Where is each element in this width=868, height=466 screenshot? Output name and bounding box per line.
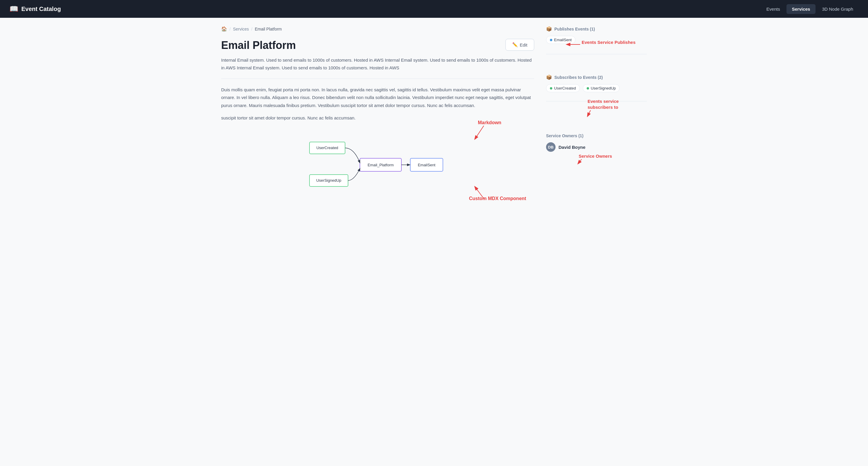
svg-text:Email_Platform: Email_Platform [368,163,394,167]
publishes-icon: 📦 [546,26,552,32]
svg-text:Custom MDX Component: Custom MDX Component [469,196,526,201]
owners-annotation-svg: Service Owners [576,149,659,166]
dot-emailsent [550,39,552,41]
description-text: Internal Email system. Used to send emai… [221,56,534,71]
brand-title: Event Catalog [21,6,61,12]
breadcrumb-current: Email Platform [255,27,282,31]
publishes-header: 📦 Publishes Events (1) [546,26,647,32]
flow-diagram: UserCreated UserSignedUp Email_Platform … [221,136,534,195]
nav-links: Events Services 3D Node Graph [761,4,859,14]
subscribes-title: Subscribes to Events (2) [554,75,603,80]
event-label-usercreated: UserCreated [554,86,576,90]
publishes-title: Publishes Events (1) [554,27,595,31]
owners-title: Service Owners (1) [546,133,583,138]
owner-avatar: DB [546,142,556,152]
page-header: Email Platform ✏️ Edit [221,39,534,52]
svg-text:UserCreated: UserCreated [316,146,338,150]
svg-text:UserSignedUp: UserSignedUp [316,178,342,183]
nav-services[interactable]: Services [786,4,815,14]
subscribes-annotation-svg: Events service subscribers to [585,94,668,118]
subscribes-icon: 📦 [546,74,552,80]
subscribes-section: 📦 Subscribes to Events (2) UserCreated U… [546,63,647,101]
custom-mdx-annotation: Custom MDX Component [445,182,534,207]
svg-text:Events service: Events service [588,99,619,104]
edit-icon: ✏️ [512,42,518,48]
page-wrapper: 🏠 / Services / Email Platform Email Plat… [212,18,656,204]
svg-text:EmailSent: EmailSent [418,163,435,167]
nav-events[interactable]: Events [761,4,785,14]
dot-usercreated [550,87,552,90]
subscribes-header: 📦 Subscribes to Events (2) [546,74,647,80]
body-paragraph-1: Duis mollis quam enim, feugiat porta mi … [221,86,534,110]
nav-3d-graph[interactable]: 3D Node Graph [817,4,859,14]
breadcrumb-sep-2: / [251,27,253,31]
svg-text:Events Service Publishes: Events Service Publishes [582,40,636,45]
page-title: Email Platform [221,39,296,52]
flow-svg: UserCreated UserSignedUp Email_Platform … [304,136,452,195]
breadcrumb-sep-1: / [229,27,230,31]
navbar: 📖 Event Catalog Events Services 3D Node … [0,0,868,18]
brand-icon: 📖 [9,5,19,13]
edit-button[interactable]: ✏️ Edit [505,39,534,51]
publishes-section: 📦 Publishes Events (1) EmailSent Events … [546,26,647,54]
svg-text:Markdown: Markdown [478,120,501,125]
content-divider [221,79,534,79]
sidebar: 📦 Publishes Events (1) EmailSent Events … [546,26,647,195]
event-label-usersignedup: UserSignedUp [591,86,616,90]
edit-label: Edit [520,42,527,48]
brand: 📖 Event Catalog [9,5,61,13]
svg-text:subscribers to: subscribers to [588,105,618,110]
breadcrumb: 🏠 / Services / Email Platform [221,26,534,32]
svg-text:Service Owners: Service Owners [579,154,612,159]
main-content: 🏠 / Services / Email Platform Email Plat… [221,26,534,195]
event-badge-usersignedup[interactable]: UserSignedUp [583,84,620,92]
dot-usersignedup [587,87,589,90]
owners-header: Service Owners (1) [546,133,647,138]
markdown-annotation: Markdown [457,118,517,143]
event-badge-usercreated[interactable]: UserCreated [546,84,580,92]
breadcrumb-services[interactable]: Services [233,27,249,31]
breadcrumb-home-icon[interactable]: 🏠 [221,26,227,32]
subscribed-events-list: UserCreated UserSignedUp [546,84,647,94]
publishes-annotation-svg: Events Service Publishes [564,38,671,53]
